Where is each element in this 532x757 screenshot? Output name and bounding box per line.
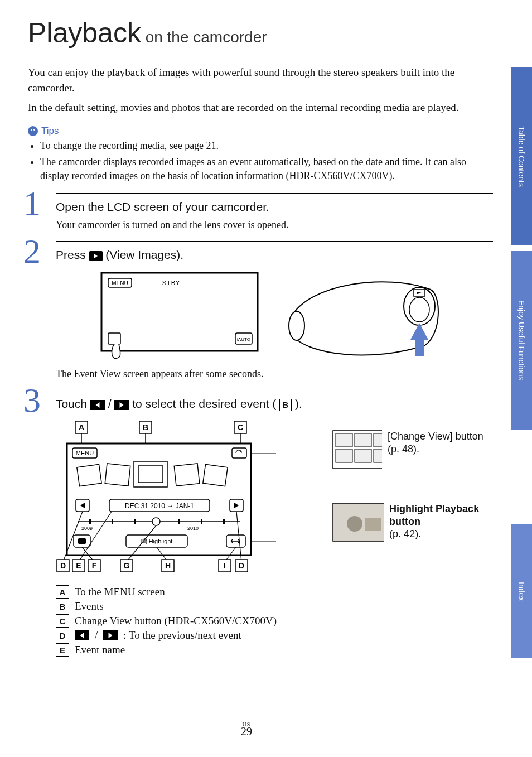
slash: / [95, 629, 98, 642]
page-number-value: 29 [241, 725, 252, 737]
svg-rect-38 [112, 519, 113, 524]
step-3-heading: Touch / to select the desired event ( B … [56, 397, 493, 411]
svg-rect-75 [336, 433, 352, 447]
svg-text:MENU: MENU [76, 450, 94, 456]
step-3-pre: Touch [56, 397, 90, 410]
tips-label: Tips [41, 126, 59, 137]
change-view-thumb [332, 430, 382, 469]
svg-rect-80 [374, 449, 382, 462]
step-number: 1 [23, 184, 41, 223]
sidetab-toc[interactable]: Table of Contents [511, 67, 532, 245]
svg-text:B: B [143, 423, 148, 432]
page-title: Playback on the camcorder [28, 17, 493, 49]
lcd-stby-label: STBY [162, 279, 181, 286]
prev-arrow-icon [75, 630, 89, 640]
svg-rect-76 [355, 433, 371, 447]
svg-point-9 [409, 297, 429, 322]
svg-point-43 [152, 518, 160, 525]
play-icon [89, 251, 103, 261]
event-view-diagram: A B C MENU [56, 421, 323, 572]
legend-key: A [56, 585, 69, 599]
step-3-diagram-wrap: A B C MENU [56, 417, 493, 575]
legend-key: E [56, 643, 69, 657]
svg-rect-41 [201, 519, 202, 524]
svg-text:F: F [92, 561, 97, 570]
tips-icon [28, 126, 38, 136]
svg-text:I: I [224, 561, 226, 570]
intro-paragraph-1: You can enjoy the playback of images wit… [28, 65, 493, 95]
callout-2b: (p. 42). [389, 528, 421, 539]
legend-row: B Events [56, 600, 493, 613]
step-3-end: ). [295, 397, 302, 410]
tips-list: To change the recording media, see page … [28, 139, 493, 184]
callout-1a: [Change View] button [388, 431, 483, 442]
svg-text:DEC 31 2010 → JAN-1: DEC 31 2010 → JAN-1 [125, 502, 194, 510]
svg-rect-83 [365, 518, 381, 531]
step-2-heading: Press (View Images). [56, 248, 493, 262]
step-1-body: Your camcorder is turned on and the lens… [56, 219, 493, 231]
svg-rect-40 [178, 519, 180, 524]
step-2-below: The Event View screen appears after some… [56, 368, 493, 380]
svg-text:2010: 2010 [187, 525, 199, 531]
callout-1b: (p. 48). [388, 443, 419, 455]
svg-text:2009: 2009 [81, 525, 93, 531]
inline-legend-b: B [279, 399, 292, 411]
diagram-callouts: [Change View] button (p. 48). Highlight … [332, 417, 493, 542]
svg-text:C: C [238, 423, 243, 432]
legend-text: : To the previous/next event [123, 629, 241, 642]
svg-rect-79 [355, 449, 371, 462]
svg-rect-39 [134, 519, 136, 524]
svg-rect-2 [108, 333, 120, 344]
step-1-heading: Open the LCD screen of your camcorder. [56, 200, 493, 214]
sidetab-index[interactable]: Index [511, 524, 532, 658]
svg-rect-37 [89, 519, 91, 524]
legend-key: B [56, 600, 69, 613]
diagram-legend: A To the MENU screen B Events C Change V… [56, 585, 493, 657]
svg-point-82 [347, 516, 362, 532]
step-number: 2 [23, 232, 41, 271]
svg-text:D: D [239, 561, 244, 570]
legend-text: To the MENU screen [75, 586, 165, 598]
svg-text:D: D [60, 561, 66, 570]
step-2-post: (View Images). [105, 248, 183, 261]
step-3: 3 Touch / to select the desired event ( … [56, 390, 493, 575]
svg-rect-78 [336, 449, 352, 462]
svg-rect-77 [374, 433, 382, 447]
svg-rect-25 [105, 464, 130, 486]
sidetab-enjoy[interactable]: Enjoy Useful Functions [511, 251, 532, 430]
svg-text:G: G [124, 561, 130, 570]
page-number: US 29 [0, 721, 493, 738]
svg-rect-24 [77, 465, 101, 486]
callout-2a: Highlight Playback button [389, 503, 479, 527]
legend-text: Events [75, 600, 104, 613]
svg-rect-28 [174, 464, 200, 486]
next-arrow-icon [103, 630, 118, 640]
svg-rect-42 [223, 519, 225, 524]
step-2-illustration: MENU STBY iAUTO [56, 267, 493, 365]
svg-rect-27 [138, 466, 163, 483]
step-3-post: to select the desired event ( [132, 397, 276, 410]
legend-row: A To the MENU screen [56, 585, 493, 599]
highlight-thumb [332, 503, 384, 542]
prev-arrow-icon [90, 400, 105, 410]
tips-heading: Tips [28, 126, 493, 137]
title-main: Playback [28, 17, 141, 49]
svg-rect-29 [203, 465, 228, 486]
title-sub: on the camcorder [141, 28, 267, 46]
step-2: 2 Press (View Images). MENU STBY iAUTO [56, 241, 493, 380]
legend-text: Change View button (HDR-CX560V/CX700V) [75, 615, 277, 627]
tip-item: The camcorder displays recorded images a… [40, 155, 493, 183]
svg-text:H: H [165, 561, 171, 570]
side-tabs: Table of Contents Enjoy Useful Functions… [511, 0, 532, 757]
step-1: 1 Open the LCD screen of your camcorder.… [56, 193, 493, 231]
step-2-pre: Press [56, 248, 89, 261]
svg-rect-23 [232, 448, 246, 458]
intro-paragraph-2: In the default setting, movies and photo… [28, 100, 493, 115]
svg-point-5 [289, 311, 304, 340]
tip-item: To change the recording media, see page … [40, 139, 493, 153]
legend-key: C [56, 614, 69, 628]
legend-row: C Change View button (HDR-CX560V/CX700V) [56, 614, 493, 628]
callout-highlight: Highlight Playback button (p. 42). [389, 503, 493, 541]
legend-text: Event name [75, 644, 125, 656]
step-number: 3 [23, 380, 41, 420]
